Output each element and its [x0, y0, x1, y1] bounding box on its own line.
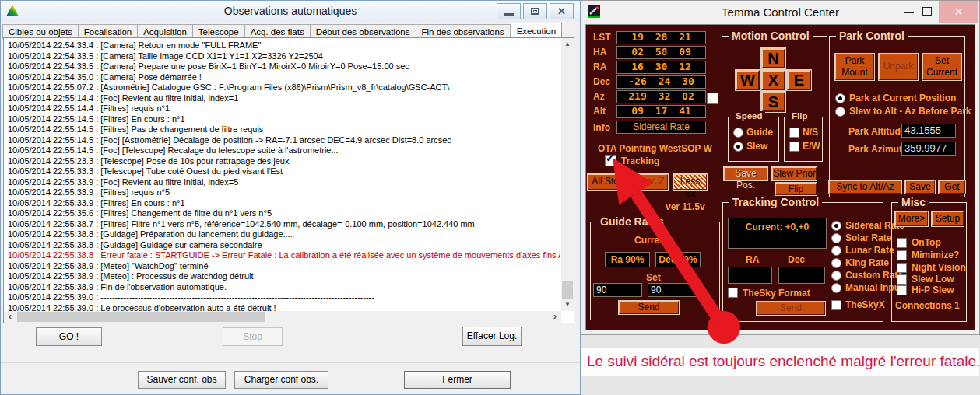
- info-display: Sidereal Rate: [616, 121, 706, 134]
- theskyx-checkbox[interactable]: [831, 300, 841, 310]
- sync-z-button: Sync Z: [632, 174, 668, 190]
- king-rate-radio[interactable]: [831, 258, 841, 268]
- guide-send-button[interactable]: Send: [619, 301, 679, 314]
- observations-window: Observations automatiques ✕ Cibles ou ob…: [0, 0, 581, 395]
- custom-rate-radio[interactable]: [831, 271, 841, 281]
- obs-window-title: Observations automatiques: [1, 5, 580, 17]
- az-label: Az: [593, 91, 605, 102]
- stop-x-button[interactable]: X: [761, 70, 785, 90]
- separator: [1, 362, 580, 365]
- lst-label: LST: [593, 32, 611, 43]
- west-button[interactable]: W: [736, 70, 760, 90]
- park-altitude-field[interactable]: 43.1555: [901, 124, 956, 138]
- save-config-button[interactable]: Sauver conf. obs: [138, 371, 226, 389]
- log-line: 10/05/2014 22:55:14.4 : [Filtres] requis…: [8, 103, 560, 114]
- obs-close-button[interactable]: ✕: [550, 3, 574, 19]
- load-config-button[interactable]: Charger conf obs.: [234, 371, 328, 389]
- sync-to-altaz-button[interactable]: Sync to Alt/Az: [829, 180, 901, 194]
- log-line: 10/05/2014 22:55:35.6 : [Filtres] Change…: [8, 208, 560, 219]
- guide-dec-current: Dec 90%: [655, 252, 701, 267]
- annotation-message: Le suivi sidéral est toujours enclenché …: [581, 348, 979, 375]
- connections-label: Connections 1: [895, 300, 960, 311]
- park-control-title: Park Control: [836, 30, 908, 42]
- horizontal-scrollbar[interactable]: ‹ ›: [4, 311, 561, 323]
- north-button[interactable]: N: [761, 48, 785, 68]
- tracking-ra-input[interactable]: [728, 267, 772, 284]
- park-get-button[interactable]: Get: [939, 180, 965, 194]
- temma-window-title: Temma Control Center: [581, 5, 979, 19]
- obs-minimize-button[interactable]: [497, 3, 521, 19]
- scroll-left-icon[interactable]: ‹: [4, 311, 16, 323]
- thesky-format-checkbox[interactable]: [728, 288, 738, 298]
- speed-title: Speed: [733, 111, 765, 121]
- guide-ra-set-input[interactable]: 90: [593, 283, 642, 297]
- temma-maximize-button[interactable]: [922, 7, 932, 16]
- flip-ns-checkbox[interactable]: [789, 128, 799, 138]
- alt-label: Alt: [593, 106, 606, 117]
- log-line: 10/05/2014 22:55:39.0 : ----------------…: [8, 292, 560, 303]
- ontop-label: OnTop: [912, 237, 941, 248]
- park-azimuth-field[interactable]: 359.9977: [901, 142, 956, 156]
- log-line: 10/05/2014 22:55:14.5 : [Foc] [Telescope…: [8, 145, 560, 156]
- hip-slew-checkbox[interactable]: [897, 285, 907, 295]
- temma-close-button[interactable]: ✕: [939, 1, 978, 23]
- obs-titlebar[interactable]: Observations automatiques ✕: [1, 1, 580, 22]
- observation-log-panel[interactable]: 10/05/2014 22:54:33.4 : [Camera] Retour …: [3, 37, 574, 323]
- setup-button[interactable]: Setup: [932, 211, 964, 226]
- night-vision-checkbox[interactable]: [897, 263, 907, 273]
- slew-prior-button[interactable]: Slew Prior: [772, 167, 817, 180]
- tracking-checkbox[interactable]: ✓: [605, 155, 616, 166]
- tracking-send-button: Send: [757, 302, 825, 315]
- scroll-up-icon[interactable]: ▲: [561, 38, 574, 51]
- park-altitude-label: Park Altitude: [848, 126, 906, 137]
- set-current-button[interactable]: Set Current: [922, 54, 961, 80]
- tracking-ra-label: RA: [746, 254, 759, 265]
- flip-mount-button[interactable]: Flip Mount: [775, 183, 817, 195]
- guide-current-label: Current: [634, 235, 668, 246]
- less-button[interactable]: Less <<: [673, 174, 707, 190]
- go-button[interactable]: GO !: [36, 327, 102, 346]
- obs-tab-bar: Cibles ou objets Focalisation Acquisitio…: [2, 23, 562, 39]
- horizontal-scroll-thumb[interactable]: [17, 312, 265, 322]
- park-at-current-label: Park at Current Position: [849, 93, 956, 103]
- clear-log-button[interactable]: Effacer Log.: [462, 327, 522, 346]
- flip-ew-checkbox[interactable]: [789, 142, 799, 152]
- ra-label: RA: [593, 61, 606, 72]
- park-mount-button[interactable]: Park Mount: [835, 54, 874, 80]
- slew-low-checkbox[interactable]: [897, 274, 907, 285]
- vertical-scrollbar[interactable]: ▲ ▼: [561, 38, 574, 311]
- obs-maximize-button[interactable]: [523, 3, 547, 19]
- temma-minimize-button[interactable]: [904, 12, 914, 13]
- east-button[interactable]: E: [787, 70, 811, 90]
- temma-window: Temma Control Center ✕ LST 19 28 21 HA 0…: [581, 0, 980, 335]
- close-dialog-button[interactable]: Fermer: [404, 371, 511, 389]
- south-button[interactable]: S: [761, 92, 785, 112]
- speed-guide-label: Guide: [746, 127, 773, 138]
- guide-dec-set-input[interactable]: 90: [648, 283, 697, 297]
- more-button[interactable]: More>: [895, 211, 928, 226]
- lunar-rate-radio[interactable]: [831, 246, 841, 256]
- az-alt-checkbox[interactable]: [707, 93, 718, 104]
- log-line: 10/05/2014 22:55:38.7 : [Filtres] Filtre…: [8, 219, 560, 230]
- minimize-checkbox[interactable]: [897, 250, 907, 260]
- tab-execution[interactable]: Execution: [511, 23, 563, 39]
- park-save-button[interactable]: Save: [905, 180, 935, 194]
- all-stop-button[interactable]: All Stop: [588, 174, 628, 190]
- scroll-down-icon[interactable]: ▼: [561, 299, 574, 311]
- manual-input-radio[interactable]: [831, 283, 841, 293]
- scroll-right-icon[interactable]: ›: [549, 311, 561, 323]
- ontop-checkbox[interactable]: [897, 238, 907, 248]
- close-icon: ✕: [939, 1, 978, 23]
- tracking-dec-input[interactable]: [778, 267, 825, 284]
- park-at-current-radio[interactable]: [835, 93, 845, 103]
- log-line: 10/05/2014 22:55:33.3 : [Telescope] Tube…: [8, 166, 560, 177]
- log-line: 10/05/2014 22:55:38.9 : Fin de l'observa…: [8, 282, 560, 293]
- dec-label: Dec: [593, 76, 610, 87]
- speed-slew-radio[interactable]: [733, 142, 743, 152]
- slew-before-park-radio[interactable]: [835, 107, 845, 117]
- vertical-scroll-thumb[interactable]: [562, 281, 573, 299]
- solar-rate-radio[interactable]: [831, 233, 841, 243]
- lunar-rate-label: Lunar Rate: [845, 245, 894, 256]
- speed-guide-radio[interactable]: [733, 128, 743, 138]
- sidereal-rate-radio[interactable]: [831, 221, 841, 231]
